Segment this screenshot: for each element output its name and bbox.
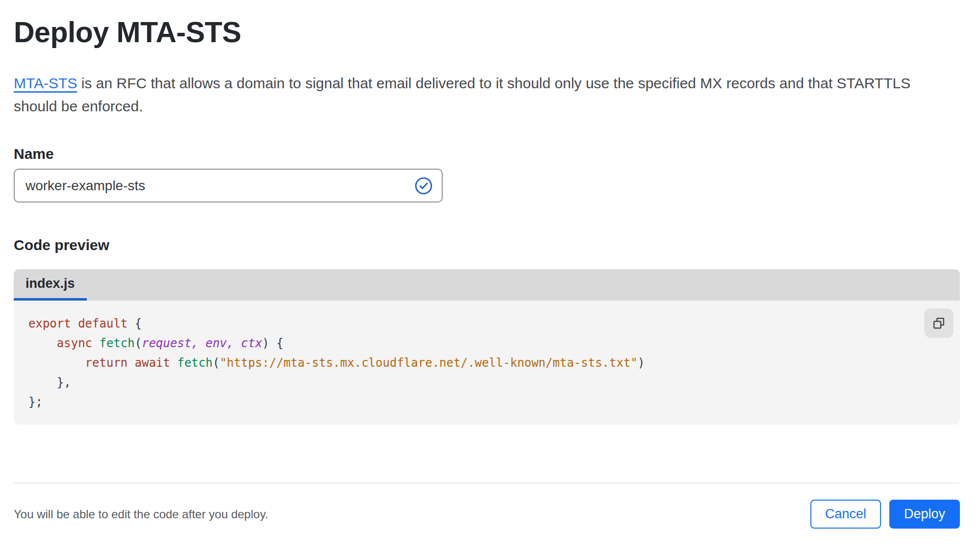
code-preview-panel: index.js export default { async fetch(re… [14, 269, 960, 425]
code-line: }; [28, 392, 921, 412]
code-line: async fetch(request, env, ctx) { [28, 333, 921, 353]
cancel-button[interactable]: Cancel [810, 500, 881, 529]
copy-icon [931, 316, 946, 330]
tab-index-js[interactable]: index.js [14, 269, 87, 301]
name-input[interactable] [14, 169, 443, 203]
code-editor: export default { async fetch(request, en… [14, 301, 960, 425]
description-text: is an RFC that allows a domain to signal… [77, 75, 910, 91]
footer-actions: Cancel Deploy [810, 500, 960, 529]
name-label: Name [14, 145, 960, 163]
footer-note: You will be able to edit the code after … [14, 507, 268, 521]
footer: You will be able to edit the code after … [14, 500, 960, 529]
check-circle-icon [414, 177, 433, 195]
footer-divider [14, 482, 960, 483]
mta-sts-link[interactable]: MTA-STS [14, 75, 77, 91]
description-line-1: MTA-STS is an RFC that allows a domain t… [14, 72, 960, 95]
code-line: }, [28, 373, 921, 392]
code-preview-label: Code preview [14, 236, 960, 254]
code-tab-bar: index.js [14, 269, 960, 301]
deploy-mta-sts-page: Deploy MTA-STS MTA-STS is an RFC that al… [0, 16, 980, 529]
copy-code-button[interactable] [924, 308, 954, 338]
description: MTA-STS is an RFC that allows a domain t… [14, 72, 960, 118]
name-input-wrap [14, 169, 443, 203]
description-line-2: should be enforced. [14, 95, 960, 118]
code-lines: export default { async fetch(request, en… [28, 314, 921, 412]
deploy-button[interactable]: Deploy [889, 500, 960, 529]
page-title: Deploy MTA-STS [14, 16, 960, 49]
code-line: export default { [28, 314, 921, 333]
code-line: return await fetch("https://mta-sts.mx.c… [28, 353, 921, 373]
